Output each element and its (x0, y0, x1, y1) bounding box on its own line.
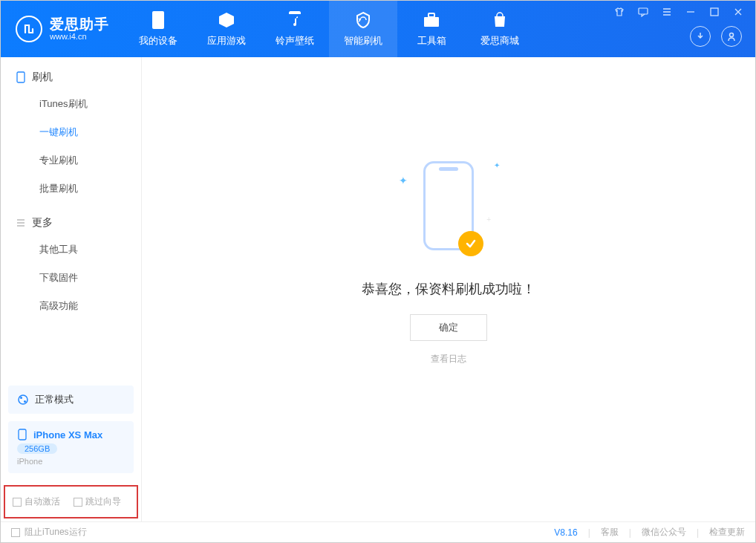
app-subtitle: www.i4.cn (50, 32, 109, 41)
close-icon[interactable] (730, 7, 746, 17)
tab-label: 爱思商城 (480, 34, 519, 48)
svg-rect-10 (19, 429, 26, 440)
sidebar-item-advanced[interactable]: 高级功能 (1, 292, 141, 320)
feedback-icon[interactable] (635, 7, 651, 17)
svg-rect-3 (639, 8, 648, 14)
tab-label: 应用游戏 (207, 34, 246, 48)
device-storage: 256GB (17, 443, 57, 454)
footer-link-update[interactable]: 检查更新 (709, 526, 745, 539)
phone-icon (16, 71, 26, 83)
auto-activate-checkbox[interactable]: 自动激活 (13, 495, 60, 508)
maximize-icon[interactable] (706, 7, 723, 17)
phone-small-icon (17, 429, 27, 440)
sidebar-section-flash: 刷机 (1, 57, 141, 90)
tab-label: 工具箱 (417, 34, 446, 48)
device-name: iPhone XS Max (33, 429, 102, 440)
svg-point-9 (24, 400, 26, 403)
footer-link-support[interactable]: 客服 (601, 526, 619, 539)
body-layout: 刷机 iTunes刷机 一键刷机 专业刷机 批量刷机 更多 其他工具 下载固件 … (1, 57, 755, 521)
minimize-icon[interactable] (682, 7, 699, 17)
sparkle-icon: + (486, 215, 491, 224)
main-content: ✦ ✦ + 恭喜您，保资料刷机成功啦！ 确定 查看日志 (142, 57, 755, 521)
app-title: 爱思助手 (50, 17, 109, 33)
footer-link-wechat[interactable]: 微信公众号 (642, 526, 686, 539)
options-row: 自动激活 跳过向导 (4, 485, 138, 518)
success-illustration: ✦ ✦ + (393, 146, 504, 265)
ok-button[interactable]: 确定 (410, 314, 487, 341)
logo-icon (16, 16, 42, 42)
svg-point-8 (20, 397, 22, 399)
app-logo[interactable]: 爱思助手 www.i4.cn (1, 16, 124, 42)
block-itunes-checkbox[interactable]: 阻止iTunes运行 (11, 526, 87, 539)
view-log-link[interactable]: 查看日志 (431, 353, 466, 365)
svg-rect-1 (424, 17, 439, 27)
device-type: iPhone (17, 457, 125, 466)
svg-point-7 (19, 395, 27, 404)
user-button[interactable] (721, 26, 742, 47)
device-icon (149, 10, 168, 30)
sidebar-item-batch[interactable]: 批量刷机 (1, 175, 141, 203)
tab-apps[interactable]: 应用游戏 (192, 1, 261, 57)
check-icon (458, 231, 483, 256)
mode-icon (17, 394, 29, 406)
toolbox-icon (422, 10, 441, 30)
shirt-icon[interactable] (611, 7, 628, 17)
tab-flash[interactable]: 智能刷机 (329, 1, 397, 57)
tab-my-device[interactable]: 我的设备 (124, 1, 192, 57)
tab-label: 智能刷机 (344, 34, 382, 48)
svg-point-5 (730, 33, 734, 37)
window-controls (611, 7, 746, 17)
menu-icon[interactable] (659, 7, 675, 17)
auto-activate-label: 自动激活 (25, 495, 60, 508)
header: 爱思助手 www.i4.cn 我的设备 应用游戏 铃声壁纸 智能刷机 工具箱 爱… (1, 1, 755, 57)
block-itunes-label: 阻止iTunes运行 (25, 526, 87, 539)
sidebar: 刷机 iTunes刷机 一键刷机 专业刷机 批量刷机 更多 其他工具 下载固件 … (1, 57, 142, 521)
success-text: 恭喜您，保资料刷机成功啦！ (362, 280, 535, 298)
skip-guide-label: 跳过向导 (85, 495, 121, 508)
version-label: V8.16 (554, 527, 577, 538)
sidebar-item-pro[interactable]: 专业刷机 (1, 146, 141, 175)
skip-guide-checkbox[interactable]: 跳过向导 (74, 495, 121, 508)
svg-rect-0 (152, 11, 164, 29)
device-block: 正常模式 iPhone XS Max 256GB iPhone (1, 378, 141, 481)
tab-label: 我的设备 (139, 34, 177, 48)
mode-label: 正常模式 (35, 393, 74, 406)
sparkle-icon: ✦ (399, 175, 408, 186)
sidebar-section-more: 更多 (1, 203, 141, 235)
device-info-card[interactable]: iPhone XS Max 256GB iPhone (8, 421, 134, 473)
svg-rect-6 (17, 72, 25, 82)
sidebar-item-itunes[interactable]: iTunes刷机 (1, 90, 141, 118)
sidebar-item-other[interactable]: 其他工具 (1, 235, 141, 264)
apps-icon (217, 10, 236, 30)
tab-toolbox[interactable]: 工具箱 (397, 1, 466, 57)
sparkle-icon: ✦ (494, 161, 500, 169)
tab-label: 铃声壁纸 (276, 34, 314, 48)
music-icon (285, 10, 304, 30)
nav-tabs: 我的设备 应用游戏 铃声壁纸 智能刷机 工具箱 爱思商城 (124, 1, 534, 57)
sidebar-item-oneclick[interactable]: 一键刷机 (1, 118, 141, 146)
tab-shop[interactable]: 爱思商城 (466, 1, 534, 57)
svg-rect-2 (428, 13, 434, 17)
footer: 阻止iTunes运行 V8.16 | 客服 | 微信公众号 | 检查更新 (1, 521, 755, 542)
header-actions (690, 26, 742, 47)
flash-icon (353, 10, 373, 30)
sidebar-item-firmware[interactable]: 下载固件 (1, 264, 141, 292)
svg-rect-4 (711, 8, 718, 16)
tab-ringtones[interactable]: 铃声壁纸 (261, 1, 329, 57)
shop-icon (490, 10, 509, 30)
device-mode-card[interactable]: 正常模式 (8, 386, 134, 414)
download-button[interactable] (690, 26, 711, 47)
section-title: 刷机 (32, 71, 53, 84)
list-icon (16, 218, 26, 228)
section-title: 更多 (32, 216, 53, 230)
